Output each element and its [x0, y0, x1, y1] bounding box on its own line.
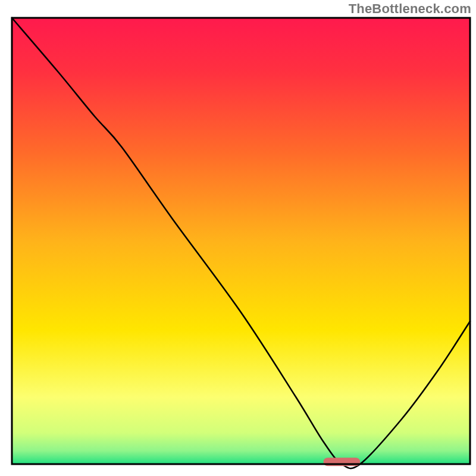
- chart-stage: TheBottleneck.com: [0, 0, 476, 476]
- plot-background: [12, 18, 470, 464]
- bottleneck-chart: [0, 0, 476, 476]
